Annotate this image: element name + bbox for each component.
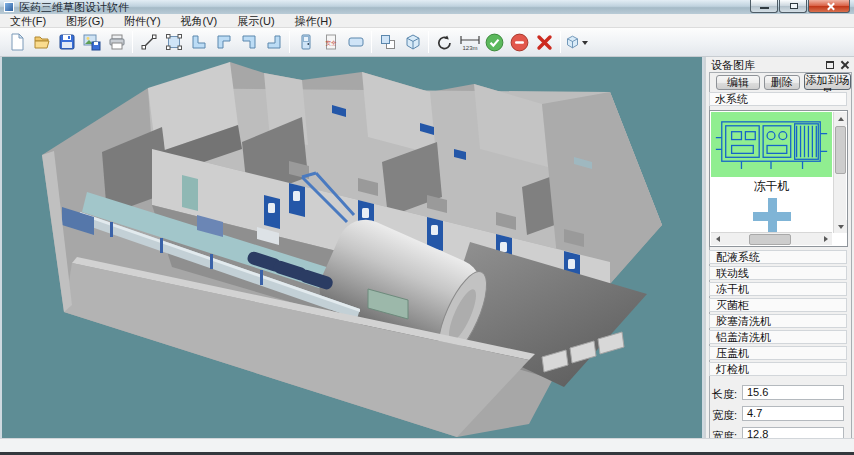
horizontal-scroll-thumb[interactable]: [749, 234, 791, 245]
add-to-scene-button[interactable]: 添加到场景: [804, 73, 851, 90]
view-cube-icon: [565, 33, 580, 51]
view-mode-dropdown-icon[interactable]: [582, 41, 588, 48]
menu-bar: 文件(F) 图形(G) 附件(Y) 视角(V) 展示(U) 操作(H): [0, 14, 854, 28]
thumbnail-add-new[interactable]: [711, 196, 832, 233]
open-file-button[interactable]: [29, 30, 54, 55]
new-file-icon: [8, 33, 26, 51]
length-field[interactable]: 15.6: [742, 385, 844, 400]
remove-button[interactable]: [507, 30, 532, 55]
scroll-left-button[interactable]: [711, 233, 724, 245]
measure-tool-icon: 123m: [459, 33, 481, 52]
polygon-tool-button[interactable]: [161, 30, 186, 55]
vertical-scrollbar[interactable]: [833, 112, 846, 233]
toolbar: 安全 123m: [0, 28, 854, 57]
window-title: 医药三维草图设计软件: [19, 0, 129, 15]
category-sterilizer[interactable]: 灭菌柜: [709, 298, 847, 312]
safety-door-tool-icon: 安全: [322, 33, 340, 51]
print-button[interactable]: [104, 30, 129, 55]
app-icon: [4, 2, 14, 12]
measure-tool-button[interactable]: 123m: [457, 30, 482, 55]
menu-graphics[interactable]: 图形(G): [56, 14, 114, 28]
category-light-inspector[interactable]: 灯检机: [709, 362, 847, 376]
vertical-scroll-thumb[interactable]: [835, 126, 846, 174]
menu-view-angle[interactable]: 视角(V): [171, 14, 228, 28]
restore-button[interactable]: [779, 0, 807, 13]
add-plus-icon: [768, 198, 777, 233]
menu-attachment[interactable]: 附件(Y): [114, 14, 171, 28]
category-cap-washer[interactable]: 铝盖清洗机: [709, 330, 847, 344]
svg-text:安全: 安全: [325, 40, 337, 46]
width-label: 宽度:: [712, 408, 737, 423]
restore-icon: [790, 3, 798, 9]
corner-wall-tool-4[interactable]: [261, 30, 286, 55]
panel-close-icon[interactable]: [840, 60, 849, 69]
category-liquid-prep-system[interactable]: 配液系统: [709, 250, 847, 264]
horizontal-scrollbar[interactable]: [711, 232, 832, 245]
window-tool-button[interactable]: [343, 30, 368, 55]
corner-wall-icon-1: [190, 33, 208, 51]
cancel-button[interactable]: [532, 30, 557, 55]
overlap-shapes-icon: [379, 33, 397, 51]
toolbar-separator: [371, 31, 372, 53]
delete-button[interactable]: 删除: [764, 75, 800, 90]
corner-wall-tool-1[interactable]: [186, 30, 211, 55]
scroll-down-button[interactable]: [834, 220, 847, 233]
menu-operation[interactable]: 操作(H): [285, 14, 342, 28]
minimize-icon: [760, 7, 769, 9]
close-button[interactable]: [808, 0, 850, 13]
door-tool-icon: [297, 33, 315, 51]
safety-door-tool-button[interactable]: 安全: [318, 30, 343, 55]
new-file-button[interactable]: [4, 30, 29, 55]
window-bottom-chrome: [0, 438, 854, 452]
freeze-dryer-schematic: [711, 112, 832, 177]
thumbnail-freeze-dryer[interactable]: 冻干机: [711, 112, 832, 195]
cube-tool-icon: [404, 33, 422, 51]
toolbar-separator: [560, 31, 561, 53]
thumbnail-list: 冻干机: [709, 110, 848, 247]
equipment-library-panel: 设备图库 编辑 删除 添加到场景 水系统: [704, 57, 854, 448]
panel-title: 设备图库: [711, 58, 755, 73]
width-field[interactable]: 4.7: [742, 406, 844, 421]
open-folder-icon: [33, 33, 51, 51]
viewport-3d[interactable]: [2, 57, 702, 438]
category-freeze-dryer[interactable]: 冻干机: [709, 282, 847, 296]
rotate-icon: [435, 33, 454, 52]
confirm-button[interactable]: [482, 30, 507, 55]
line-tool-icon: [140, 33, 158, 51]
menu-file[interactable]: 文件(F): [0, 14, 56, 28]
corner-wall-tool-3[interactable]: [236, 30, 261, 55]
export-image-icon: [83, 33, 101, 51]
cancel-x-icon: [535, 33, 554, 52]
section-water-system[interactable]: 水系统: [709, 92, 847, 106]
corner-wall-icon-2: [215, 33, 233, 51]
export-image-button[interactable]: [79, 30, 104, 55]
panel-float-icon[interactable]: [826, 61, 834, 69]
print-icon: [108, 33, 126, 51]
svg-text:123m: 123m: [462, 45, 477, 51]
overlap-shapes-button[interactable]: [375, 30, 400, 55]
menu-display[interactable]: 展示(U): [227, 14, 284, 28]
confirm-check-icon: [485, 33, 504, 52]
toolbar-separator: [132, 31, 133, 53]
polygon-tool-icon: [165, 33, 183, 51]
remove-minus-icon: [510, 33, 529, 52]
category-linkage-line[interactable]: 联动线: [709, 266, 847, 280]
category-capping-machine[interactable]: 压盖机: [709, 346, 847, 360]
line-tool-button[interactable]: [136, 30, 161, 55]
edit-button[interactable]: 编辑: [716, 75, 760, 90]
corner-wall-icon-4: [265, 33, 283, 51]
category-stopper-washer[interactable]: 胶塞清洗机: [709, 314, 847, 328]
window-tool-icon: [347, 33, 365, 51]
minimize-button[interactable]: [750, 0, 778, 13]
cube-tool-button[interactable]: [400, 30, 425, 55]
corner-wall-tool-2[interactable]: [211, 30, 236, 55]
scroll-up-button[interactable]: [834, 112, 847, 125]
scroll-right-button[interactable]: [819, 233, 832, 245]
door-tool-button[interactable]: [293, 30, 318, 55]
rotate-view-button[interactable]: [432, 30, 457, 55]
thumbnail-label: 冻干机: [754, 178, 790, 195]
save-button[interactable]: [54, 30, 79, 55]
close-icon: [826, 2, 835, 11]
title-bar[interactable]: 医药三维草图设计软件: [0, 0, 854, 14]
view-mode-button[interactable]: [564, 30, 589, 55]
